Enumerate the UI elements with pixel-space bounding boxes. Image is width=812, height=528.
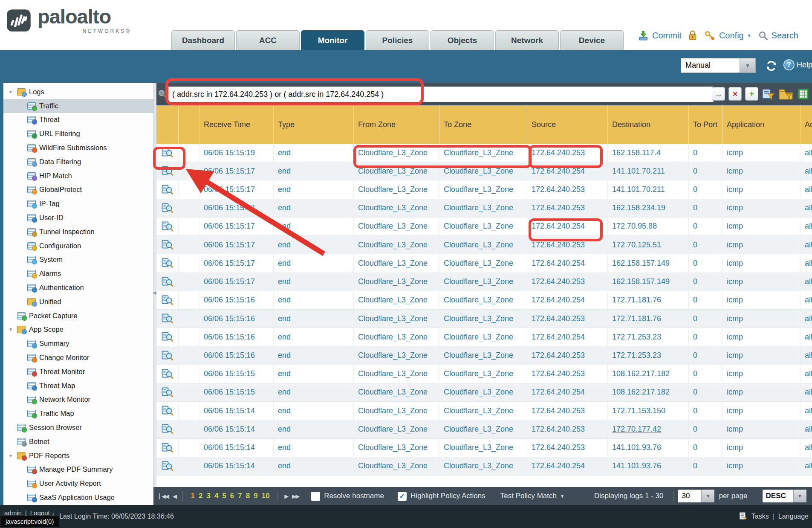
- column-header-from-zone[interactable]: From Zone: [354, 105, 439, 144]
- cell-receive-time[interactable]: 06/06 15:15:17: [199, 273, 274, 291]
- cell-type[interactable]: end: [274, 457, 354, 475]
- cell-application[interactable]: icmp: [722, 180, 800, 198]
- cell-from-zone[interactable]: Cloudflare_L3_Zone: [354, 236, 439, 254]
- cell-to-port[interactable]: 0: [689, 236, 722, 254]
- add-filter-button[interactable]: +: [745, 87, 758, 101]
- expander-icon[interactable]: ▼: [9, 90, 17, 94]
- log-detail-icon[interactable]: [156, 457, 179, 475]
- per-page-caret-icon[interactable]: ▼: [701, 490, 714, 502]
- page-number-4[interactable]: 4: [214, 492, 218, 500]
- cell-action[interactable]: allow: [800, 402, 812, 420]
- tab-network[interactable]: Network: [495, 30, 559, 50]
- lock-icon[interactable]: [688, 30, 698, 41]
- cell-from-zone[interactable]: Cloudflare_L3_Zone: [354, 383, 439, 401]
- log-detail-icon[interactable]: [156, 199, 179, 217]
- help-control[interactable]: ? Help: [783, 59, 812, 70]
- first-page-button[interactable]: ◀◀: [159, 493, 168, 499]
- tab-device[interactable]: Device: [560, 30, 624, 50]
- cell-to-port[interactable]: 0: [689, 144, 722, 162]
- cell-to-port[interactable]: 0: [689, 365, 722, 383]
- sidebar-item-threat[interactable]: Threat: [3, 113, 153, 127]
- cell-destination[interactable]: 162.158.157.149: [608, 254, 689, 272]
- cell-source[interactable]: 172.64.240.253: [527, 439, 608, 457]
- cell-application[interactable]: icmp: [722, 273, 800, 291]
- cell-application[interactable]: icmp: [722, 328, 800, 346]
- cell-from-zone[interactable]: Cloudflare_L3_Zone: [354, 144, 439, 162]
- cell-to-zone[interactable]: Cloudflare_L3_Zone: [439, 236, 527, 254]
- cell-receive-time[interactable]: 06/06 15:15:16: [199, 310, 274, 328]
- cell-source[interactable]: 172.64.240.254: [527, 218, 608, 235]
- cell-application[interactable]: icmp: [722, 383, 800, 401]
- table-row[interactable]: 06/06 15:15:14endCloudflare_L3_ZoneCloud…: [156, 402, 812, 420]
- cell-destination[interactable]: 141.101.70.211: [608, 162, 689, 180]
- cell-to-zone[interactable]: Cloudflare_L3_Zone: [439, 439, 527, 457]
- cell-to-port[interactable]: 0: [689, 346, 722, 364]
- cell-action[interactable]: allow: [800, 162, 812, 180]
- sidebar-item-traffic[interactable]: Traffic: [3, 99, 153, 113]
- column-header-application[interactable]: Application: [722, 105, 800, 144]
- cell-type[interactable]: end: [274, 328, 354, 346]
- cell-from-zone[interactable]: Cloudflare_L3_Zone: [354, 365, 439, 383]
- cell-destination[interactable]: 141.101.93.76: [608, 457, 689, 475]
- cell-action[interactable]: allow: [800, 144, 812, 162]
- page-number-7[interactable]: 7: [238, 492, 242, 500]
- cell-to-zone[interactable]: Cloudflare_L3_Zone: [439, 383, 527, 401]
- sidebar-item-authentication[interactable]: Authentication: [3, 281, 153, 295]
- sort-order-caret-icon[interactable]: ▼: [793, 490, 806, 502]
- search-button[interactable]: Search: [772, 31, 798, 41]
- cell-to-zone[interactable]: Cloudflare_L3_Zone: [439, 310, 527, 328]
- cell-receive-time[interactable]: 06/06 15:15:14: [199, 420, 274, 438]
- next-page-button[interactable]: ▶: [284, 493, 288, 499]
- table-row[interactable]: 06/06 15:15:17endCloudflare_L3_ZoneCloud…: [156, 254, 812, 273]
- cell-to-zone[interactable]: Cloudflare_L3_Zone: [439, 328, 527, 346]
- cell-application[interactable]: icmp: [722, 218, 800, 235]
- cell-from-zone[interactable]: Cloudflare_L3_Zone: [354, 180, 439, 198]
- cell-source[interactable]: 172.64.240.253: [527, 273, 608, 291]
- refresh-mode-caret-icon[interactable]: ▼: [740, 58, 756, 73]
- cell-source[interactable]: 172.64.240.253: [527, 236, 608, 254]
- table-row[interactable]: 06/06 15:15:17endCloudflare_L3_ZoneCloud…: [156, 218, 812, 236]
- search-icon[interactable]: [758, 31, 768, 41]
- column-header-action[interactable]: Action: [800, 105, 812, 144]
- cell-from-zone[interactable]: Cloudflare_L3_Zone: [354, 328, 439, 346]
- cell-application[interactable]: icmp: [722, 365, 800, 383]
- sidebar-item-botnet[interactable]: Botnet: [3, 435, 153, 449]
- cell-to-zone[interactable]: Cloudflare_L3_Zone: [439, 346, 527, 364]
- cell-application[interactable]: icmp: [722, 236, 800, 254]
- page-number-8[interactable]: 8: [246, 492, 250, 500]
- cell-application[interactable]: icmp: [722, 144, 800, 162]
- cell-application[interactable]: icmp: [722, 346, 800, 364]
- cell-to-port[interactable]: 0: [689, 180, 722, 198]
- cell-action[interactable]: allow: [800, 273, 812, 291]
- collapse-sidebar-icon[interactable]: ◀: [153, 290, 156, 296]
- expander-icon[interactable]: ▼: [9, 453, 17, 458]
- sidebar-item-session-browser[interactable]: Session Browser: [3, 421, 153, 435]
- cell-action[interactable]: allow: [800, 383, 812, 401]
- table-row[interactable]: 06/06 15:15:19endCloudflare_L3_ZoneCloud…: [156, 144, 812, 162]
- cell-source[interactable]: 172.64.240.253: [527, 310, 608, 328]
- cell-type[interactable]: end: [274, 273, 354, 291]
- clear-filter-button[interactable]: ×: [728, 87, 742, 101]
- cell-destination[interactable]: 172.71.253.23: [608, 346, 689, 364]
- cell-type[interactable]: end: [274, 420, 354, 438]
- help-label[interactable]: Help: [797, 61, 812, 70]
- cell-receive-time[interactable]: 06/06 15:15:17: [199, 254, 274, 272]
- sidebar-item-threat-map[interactable]: Threat Map: [3, 379, 153, 393]
- cell-source[interactable]: 172.64.240.253: [527, 346, 608, 364]
- sidebar-item-tunnel-inspection[interactable]: Tunnel Inspection: [3, 225, 153, 239]
- table-row[interactable]: 06/06 15:15:14endCloudflare_L3_ZoneCloud…: [156, 439, 812, 457]
- sidebar-item-logs[interactable]: ▼Logs: [3, 85, 153, 99]
- export-csv-icon[interactable]: [797, 87, 810, 101]
- cell-from-zone[interactable]: Cloudflare_L3_Zone: [354, 346, 439, 364]
- cell-to-port[interactable]: 0: [689, 439, 722, 457]
- resolve-hostname-checkbox[interactable]: [311, 492, 320, 501]
- cell-action[interactable]: allow: [800, 365, 812, 383]
- log-detail-icon[interactable]: [156, 328, 179, 346]
- cell-type[interactable]: end: [274, 162, 354, 180]
- cell-to-port[interactable]: 0: [689, 291, 722, 309]
- table-row[interactable]: 06/06 15:15:16endCloudflare_L3_ZoneCloud…: [156, 346, 812, 365]
- cell-to-zone[interactable]: Cloudflare_L3_Zone: [439, 162, 527, 180]
- cell-type[interactable]: end: [274, 218, 354, 235]
- config-button[interactable]: Config: [719, 31, 744, 41]
- cell-receive-time[interactable]: 06/06 15:15:15: [199, 365, 274, 383]
